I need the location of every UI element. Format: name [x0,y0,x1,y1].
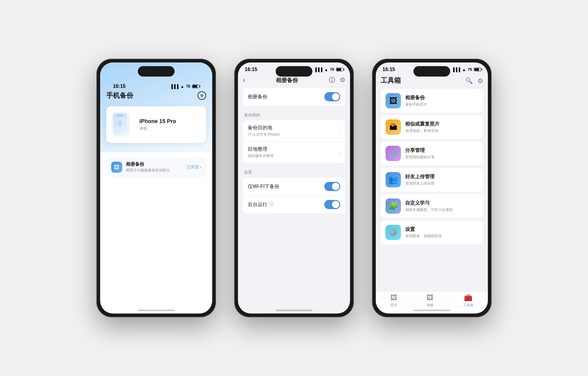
record-icon[interactable]: ⊙ [340,76,345,84]
status-icons-3: ▐▐▐ ▲ 78 [452,67,481,72]
list-item-info-5: 设置 管理图库、智能模型等 [405,226,478,239]
backup-dest-sub: /个人文件夹/Photos [248,132,280,137]
list-item-icon-4: 🧩 [386,198,401,214]
feature-row[interactable]: 🖼 相册备份 将照片与视频备份至绿联云 已开启 › [106,157,206,177]
battery-fill-2 [337,68,341,71]
toolbox-list: 🖼 相册备份 备份手机照片 🏔 相似或重复照片 清理相似，释放空间 🔗 [381,89,483,291]
list-item-info-4: 自定义学习 训练专属模型，守护小众爱好 [405,200,478,212]
screen3: 16:15 ▐▐▐ ▲ 78 工具箱 🔍 ⊙ [376,62,488,314]
signal-icon-1: ▐▐▐ [170,84,179,89]
search-icon[interactable]: 🔍 [465,77,473,84]
screen2-title: 相册备份 [276,77,298,84]
wifi-icon-1: ▲ [180,84,184,89]
backup-dest-info: 备份目的地 /个人文件夹/Photos [248,125,280,137]
feature-status: 已开启 › [187,164,201,170]
status-time-3: 16:15 [383,67,395,72]
screen2: 16:15 ▐▐▐ ▲ 78 ‹ 相册备份 ⓘ ⊙ [238,62,350,314]
bg-toggle[interactable] [324,200,340,209]
toggle-card: 相册备份 [243,88,345,106]
list-item-info-2: 分享管理 管理我创建的分享 [405,147,478,160]
battery-text-3: 78 [468,67,472,72]
list-item-icon-5: ⚙️ [386,225,401,240]
wifi-toggle[interactable] [324,182,340,191]
list-item-icon-1: 🏔 [386,119,401,135]
list-item-sub-4: 训练专属模型，守护小众爱好 [405,207,478,212]
status-icons-2: ▐▐▐ ▲ 78 [314,67,343,72]
info-icon[interactable]: ⓘ [329,76,335,84]
list-item-icon-3: 👥 [386,172,401,187]
list-item-icon-0: 🖼 [386,93,401,108]
wifi-toggle-label: 仅WI-FI下备份 [248,183,279,190]
list-item-title-1: 相似或重复照片 [405,121,478,127]
screen1-title: 手机备份 ⊙ [106,91,206,100]
device-info: iPhone 15 Pro 本机 [139,118,200,131]
home-indicator-1 [138,310,175,311]
status-bar-1: 16:15 ▐▐▐ ▲ 78 [106,79,206,91]
signal-icon-2: ▐▐▐ [314,67,322,72]
home-indicator-2 [276,310,312,311]
dynamic-island-1 [138,66,175,77]
tab-albums[interactable]: 🖼 相册 [427,294,433,307]
list-item-2[interactable]: 🔗 分享管理 管理我创建的分享 [381,141,483,165]
battery-fill-3 [474,68,479,71]
tab-toolbox[interactable]: 🧰 工具箱 [463,294,473,307]
phone-mini-graphic:  [112,112,128,134]
backup-org-row[interactable]: 目地整理 按拍摄年月整理 › [243,142,345,163]
album-backup-toggle[interactable] [324,92,340,101]
tab-toolbox-label: 工具箱 [463,303,473,307]
backup-org-info: 目地整理 按拍摄年月整理 [248,146,273,159]
rules-section: 备份规则 备份目的地 /个人文件夹/Photos › 目地整理 按拍摄年月整理 [243,108,345,163]
list-item-1[interactable]: 🏔 相似或重复照片 清理相似，释放空间 [381,115,483,139]
settings-card: 仅WI-FI下备份 后台运行 ⓘ [243,178,345,213]
screen1: 16:15 ▐▐▐ ▲ 78 手机备份 ⊙ [100,62,212,314]
device-icon:  [112,112,134,137]
list-item-title-2: 分享管理 [405,147,478,154]
feature-subtitle: 将照片与视频备份至绿联云 [126,168,170,173]
list-item-3[interactable]: 👥 好友上传管理 管理好友上传内容 [381,168,483,192]
settings-section: 设置 仅WI-FI下备份 后台运行 ⓘ [243,165,345,213]
device-subtitle: 本机 [139,126,200,131]
backup-dest-row[interactable]: 备份目的地 /个人文件夹/Photos › [243,120,345,142]
apple-logo-icon:  [119,119,122,128]
screen3-title: 工具箱 [381,76,401,85]
battery-icon-1 [192,85,199,88]
rules-label: 备份规则 [244,112,344,118]
feature-text: 相册备份 将照片与视频备份至绿联云 [126,161,170,173]
tab-photos[interactable]: 🖼 照片 [390,294,397,307]
list-item-title-5: 设置 [405,226,478,233]
list-item-sub-5: 管理图库、智能模型等 [405,234,478,239]
list-item-sub-3: 管理好友上传内容 [405,181,478,186]
phone-2: 16:15 ▐▐▐ ▲ 78 ‹ 相册备份 ⓘ ⊙ [234,59,354,317]
tab-toolbox-icon: 🧰 [464,294,472,302]
list-item-info-3: 好友上传管理 管理好友上传内容 [405,174,478,186]
toggle-label: 相册备份 [248,94,267,100]
home-indicator-3 [413,310,450,311]
status-icons-1: ▐▐▐ ▲ 78 [170,84,199,89]
list-item-0[interactable]: 🖼 相册备份 备份手机照片 [381,89,483,113]
signal-icon-3: ▐▐▐ [452,67,460,72]
settings-label: 设置 [244,170,344,175]
tab-albums-label: 相册 [427,303,433,307]
list-item-title-0: 相册备份 [405,95,478,101]
list-item-5[interactable]: ⚙️ 设置 管理图库、智能模型等 [381,220,483,244]
wifi-icon-3: ▲ [462,67,466,72]
title-label-1: 手机备份 [106,91,133,100]
device-name: iPhone 15 Pro [139,118,200,125]
wifi-toggle-row: 仅WI-FI下备份 [243,178,345,196]
record-icon-3[interactable]: ⊙ [478,77,483,84]
circle-button-1[interactable]: ⊙ [198,91,206,100]
battery-icon-3 [474,68,481,71]
battery-fill-1 [193,85,197,88]
list-item-sub-1: 清理相似，释放空间 [405,128,478,133]
screen3-header-icons: 🔍 ⊙ [465,77,483,84]
battery-text-1: 78 [186,84,190,88]
backup-org-sub: 按拍摄年月整理 [248,153,273,159]
status-time-2: 16:15 [245,67,257,72]
list-item-info-1: 相似或重复照片 清理相似，释放空间 [405,121,478,133]
list-item-icon-2: 🔗 [386,146,401,161]
list-item-4[interactable]: 🧩 自定义学习 训练专属模型，守护小众爱好 [381,194,483,218]
backup-org-label: 目地整理 [248,146,273,152]
toggle-section: 相册备份 [243,88,345,106]
back-button[interactable]: ‹ [243,76,245,84]
feature-title: 相册备份 [126,161,170,167]
